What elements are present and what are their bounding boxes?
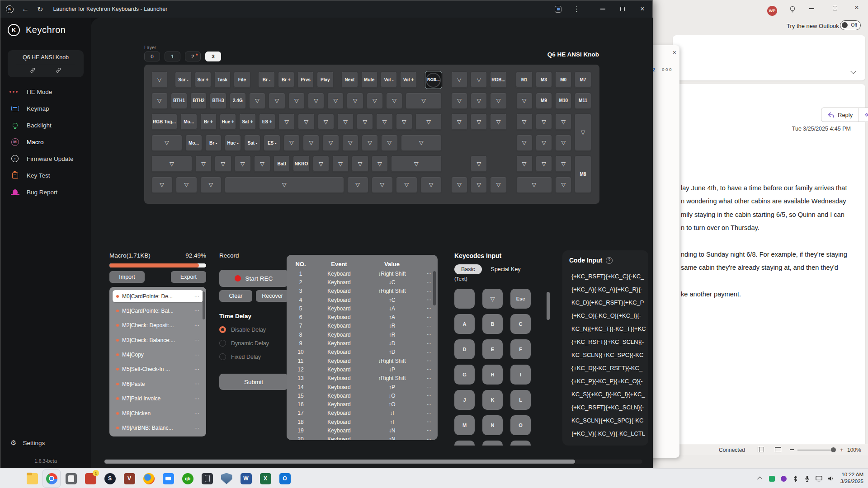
tray-chevron-up-icon[interactable]: [756, 475, 764, 483]
keyboard-key[interactable]: Hue -: [224, 134, 241, 152]
keycode-key-I[interactable]: I: [510, 365, 531, 385]
code-text[interactable]: {+KC_RSFT}{+KC_C}{-KC_{+KC_A}{-KC_A}{+KC…: [569, 270, 648, 440]
extension-icon[interactable]: [555, 6, 561, 13]
keycode-key-▽[interactable]: ▽: [482, 289, 503, 309]
keycode-key-Q[interactable]: Q: [482, 441, 503, 446]
keyboard-key[interactable]: ▽: [307, 92, 325, 110]
knob-key[interactable]: RGB...: [425, 71, 442, 89]
keyboard-key[interactable]: ▽: [254, 155, 271, 173]
more-options-icon[interactable]: ooo: [662, 67, 673, 72]
keyboard-key[interactable]: Sat +: [239, 113, 256, 131]
recover-button[interactable]: Recover: [256, 290, 289, 302]
table-row[interactable]: 1Keyboard↓Right Shift⋯: [287, 269, 438, 278]
taskbar-icon-firefox[interactable]: [140, 469, 158, 488]
table-row[interactable]: 9Keyboard↓D⋯: [287, 339, 438, 347]
view-grid-icon[interactable]: [758, 447, 764, 452]
keyboard-key[interactable]: Br -: [205, 134, 222, 152]
submit-button[interactable]: Submit: [219, 374, 288, 390]
keyboard-key[interactable]: Hue +: [219, 113, 236, 131]
keyboard-key[interactable]: ▽: [278, 113, 295, 131]
minimize-button[interactable]: [593, 0, 613, 18]
collapse-chevron-icon[interactable]: [850, 68, 856, 74]
keyboard-key[interactable]: ▽: [490, 176, 507, 194]
keyboard-key[interactable]: Play: [316, 71, 334, 89]
maximize-button[interactable]: [613, 0, 632, 18]
taskbar-icon-vlc[interactable]: V: [120, 469, 138, 488]
tray-tray-app-purple-icon[interactable]: [780, 475, 788, 483]
sidebar-item-settings[interactable]: ⚙ Settings: [4, 436, 87, 450]
keyboard-key[interactable]: ▽: [288, 92, 305, 110]
keyboard-key[interactable]: ▽: [195, 155, 212, 173]
table-row[interactable]: 11Keyboard↓Right Shift⋯: [287, 357, 438, 365]
keyboard-key[interactable]: File: [233, 71, 250, 89]
keyboard-key[interactable]: ▽: [366, 92, 383, 110]
row-menu-icon[interactable]: ⋯: [420, 437, 438, 440]
tray-bluetooth-icon[interactable]: [792, 475, 799, 483]
row-menu-icon[interactable]: ⋯: [420, 332, 438, 337]
macro-list-item[interactable]: M4|Copy⋯: [113, 349, 203, 361]
table-row[interactable]: 14Keyboard↑P⋯: [287, 383, 438, 391]
clear-button[interactable]: Clear: [219, 290, 252, 302]
taskbar-icon-steam[interactable]: S: [101, 469, 119, 488]
keyboard-key[interactable]: M7: [574, 71, 591, 89]
macro-item-menu-icon[interactable]: ⋯: [194, 381, 199, 387]
table-row[interactable]: 6Keyboard↑A⋯: [287, 313, 438, 321]
keyboard-key[interactable]: ▽: [317, 113, 335, 131]
zoom-slider[interactable]: [797, 450, 833, 450]
keyboard-key[interactable]: RGB...: [490, 71, 507, 89]
macro-item-menu-icon[interactable]: ⋯: [194, 366, 199, 372]
keyboard-key[interactable]: ▽: [302, 134, 320, 152]
keyboard-key[interactable]: ▽: [516, 155, 533, 173]
back-icon[interactable]: ←: [22, 5, 29, 13]
row-menu-icon[interactable]: ⋯: [420, 341, 438, 346]
row-menu-icon[interactable]: ⋯: [420, 376, 438, 381]
row-menu-icon[interactable]: ⋯: [420, 385, 438, 389]
keyboard-key[interactable]: ▽: [391, 155, 442, 173]
keyboard-key[interactable]: ▽: [386, 92, 403, 110]
keyboard-key[interactable]: ▽: [346, 92, 363, 110]
keyboard-key[interactable]: ▽: [351, 155, 368, 173]
row-menu-icon[interactable]: ⋯: [420, 411, 438, 416]
keyboard-key[interactable]: ▽: [535, 134, 552, 152]
keycode-key-N[interactable]: N: [482, 415, 503, 435]
sidebar-item-keymap[interactable]: Keymap: [4, 101, 87, 116]
taskbar-icon-security-shield[interactable]: [217, 469, 236, 488]
radio-dynamic-delay[interactable]: Dynamic Delay: [219, 340, 289, 347]
macro-list-item[interactable]: M5|Self-Check-In ...⋯: [113, 363, 203, 375]
keyboard-key[interactable]: ▽: [249, 92, 266, 110]
keyboard-key[interactable]: ▽: [574, 113, 591, 152]
keyboard-key[interactable]: Batt: [273, 155, 290, 173]
keyboard-key[interactable]: ▽: [535, 155, 552, 173]
keyboard-key[interactable]: ▽: [200, 176, 222, 194]
macro-item-menu-icon[interactable]: ⋯: [194, 308, 199, 314]
lightbulb-icon[interactable]: [788, 5, 797, 13]
keyboard-key[interactable]: BTH2: [190, 92, 207, 110]
keycode-key-M[interactable]: M: [454, 415, 475, 435]
scrollbar-thumb[interactable]: [104, 460, 575, 464]
keyboard-key[interactable]: ▽: [283, 134, 300, 152]
keyboard-key[interactable]: Mo...: [185, 134, 202, 152]
keycode-key-L[interactable]: L: [510, 390, 531, 410]
row-menu-icon[interactable]: ⋯: [420, 402, 438, 407]
keyboard-key[interactable]: M8: [574, 155, 591, 194]
tray-display-icon[interactable]: [815, 475, 823, 483]
taskbar-icon-quickbooks[interactable]: qb: [179, 469, 197, 488]
table-row[interactable]: 16Keyboard↑O⋯: [287, 400, 438, 408]
keycode-key-F[interactable]: F: [510, 339, 531, 359]
taskbar-icon-calculator[interactable]: [62, 469, 80, 488]
keyboard-key[interactable]: ▽: [151, 92, 168, 110]
keycode-key-B[interactable]: B: [482, 314, 503, 334]
keyboard-key[interactable]: M1: [515, 71, 533, 89]
layer-chip-1[interactable]: 1: [165, 52, 180, 61]
sidebar-item-he-mode[interactable]: HE Mode: [4, 84, 87, 99]
macro-list-item[interactable]: M1|CardPointe: Bal...⋯: [113, 305, 203, 317]
reply-button[interactable]: Reply: [821, 108, 859, 122]
macro-item-menu-icon[interactable]: ⋯: [194, 425, 199, 431]
keyboard-key[interactable]: ▽: [151, 71, 168, 89]
keyboard-key[interactable]: Br +: [200, 113, 217, 131]
keyboard-key[interactable]: ▽: [451, 71, 468, 89]
row-menu-icon[interactable]: ⋯: [420, 306, 438, 311]
keycode-key-A[interactable]: A: [454, 314, 475, 334]
macro-list-item[interactable]: M7|Paid Invoice⋯: [113, 393, 203, 405]
layer-chip-2[interactable]: 2★: [185, 52, 201, 61]
